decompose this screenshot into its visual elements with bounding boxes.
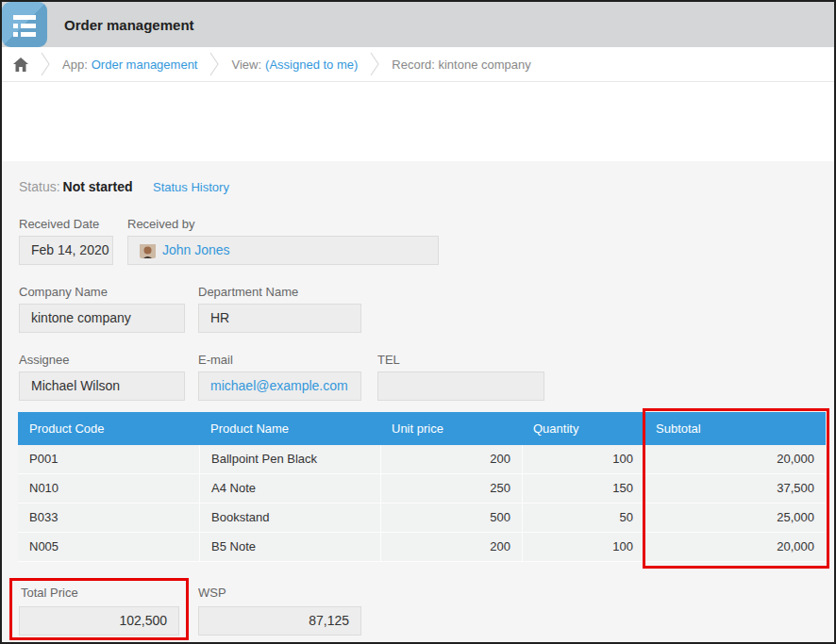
status-label: Status: <box>19 179 60 194</box>
cell-product-name: B5 Note <box>199 533 380 561</box>
column-header-product-name: Product Name <box>199 412 380 445</box>
tel-label: TEL <box>377 353 400 367</box>
cell-product-name: Ballpoint Pen Black <box>199 445 380 473</box>
cell-quantity: 100 <box>522 445 644 473</box>
title-bar: Order management <box>2 2 834 47</box>
icon-bar <box>21 24 36 28</box>
record-header <box>2 83 834 161</box>
breadcrumb-app-label: App: <box>62 58 88 72</box>
table-row: N005 B5 Note 200 100 20,000 <box>18 533 826 562</box>
cell-unit-price: 500 <box>380 504 522 532</box>
cell-product-code: B033 <box>18 504 199 532</box>
record-body <box>2 161 834 642</box>
cell-quantity: 50 <box>522 504 644 532</box>
cell-quantity: 150 <box>522 474 644 503</box>
cell-subtotal: 25,000 <box>644 504 826 532</box>
cell-product-code: P001 <box>18 445 199 473</box>
total-price-field: 102,500 <box>19 606 179 636</box>
products-table: Product Code Product Name Unit price Qua… <box>18 412 826 562</box>
wsp-label: WSP <box>198 586 226 600</box>
total-price-label: Total Price <box>21 586 78 600</box>
table-row: B033 Bookstand 500 50 25,000 <box>18 504 826 533</box>
column-header-unit-price: Unit price <box>380 412 522 445</box>
breadcrumb-view: View:(Assigned to me) <box>231 58 358 72</box>
assignee-field: Michael Wilson <box>19 372 185 401</box>
department-name-label: Department Name <box>198 285 298 299</box>
column-header-quantity: Quantity <box>522 412 644 445</box>
breadcrumb-view-label: View: <box>231 58 261 72</box>
received-by-label: Received by <box>127 217 195 231</box>
breadcrumb-record: Record: kintone company <box>392 58 530 72</box>
page-title: Order management <box>64 17 194 33</box>
user-avatar <box>140 242 156 258</box>
icon-bar <box>21 32 36 37</box>
status-row: Status:Not started <box>19 179 133 194</box>
breadcrumb-separator <box>369 52 380 76</box>
breadcrumb-app: App:Order management <box>62 58 197 72</box>
received-by-user-link[interactable]: John Jones <box>162 242 230 257</box>
received-by-field: John Jones <box>127 236 439 265</box>
wsp-field: 87,125 <box>198 606 361 636</box>
column-header-product-code: Product Code <box>18 412 199 445</box>
breadcrumb-separator <box>40 52 51 76</box>
breadcrumb-app-link[interactable]: Order management <box>92 58 198 72</box>
cell-subtotal: 37,500 <box>644 474 826 503</box>
status-history-link[interactable]: Status History <box>153 180 229 194</box>
cell-subtotal: 20,000 <box>644 445 826 473</box>
cell-subtotal: 20,000 <box>644 533 826 561</box>
cell-product-code: N005 <box>18 533 199 561</box>
email-link[interactable]: michael@example.com <box>210 378 348 393</box>
company-name-label: Company Name <box>19 285 108 299</box>
table-row: P001 Ballpoint Pen Black 200 100 20,000 <box>18 445 826 474</box>
table-header-row: Product Code Product Name Unit price Qua… <box>18 412 826 445</box>
app-window: Order management App:Order management Vi… <box>0 0 836 644</box>
department-name-field: HR <box>198 304 361 333</box>
home-icon[interactable] <box>13 58 28 72</box>
table-row: N010 A4 Note 250 150 37,500 <box>18 474 826 504</box>
icon-bullet <box>13 24 18 28</box>
cell-product-code: N010 <box>18 474 199 503</box>
cell-quantity: 100 <box>522 533 644 561</box>
icon-bar <box>13 15 36 20</box>
breadcrumb-separator <box>209 52 220 76</box>
tel-field <box>377 372 544 401</box>
cell-product-name: Bookstand <box>199 504 380 532</box>
cell-unit-price: 200 <box>380 445 522 473</box>
received-date-field: Feb 14, 2020 <box>19 236 113 265</box>
breadcrumb-view-link[interactable]: (Assigned to me) <box>265 58 358 72</box>
status-value: Not started <box>63 179 133 194</box>
cell-unit-price: 250 <box>380 474 522 503</box>
breadcrumb: App:Order management View:(Assigned to m… <box>2 47 834 82</box>
app-list-icon[interactable] <box>2 2 47 47</box>
assignee-label: Assignee <box>19 353 69 367</box>
column-header-subtotal: Subtotal <box>644 412 826 445</box>
icon-bullet <box>13 32 18 37</box>
cell-unit-price: 200 <box>380 533 522 561</box>
email-field: michael@example.com <box>198 372 361 401</box>
email-label: E-mail <box>198 353 233 367</box>
company-name-field: kintone company <box>19 304 185 333</box>
cell-product-name: A4 Note <box>199 474 380 503</box>
received-date-label: Received Date <box>19 217 99 231</box>
